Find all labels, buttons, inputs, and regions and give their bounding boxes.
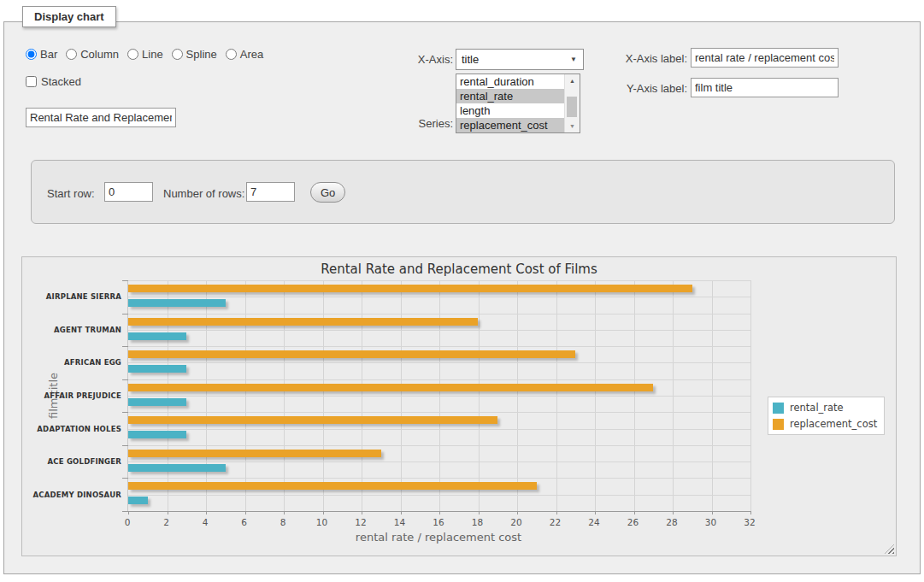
- chart-container: Rental Rate and Replacement Cost of Film…: [21, 256, 897, 556]
- legend-entry: replacement_cost: [773, 418, 877, 430]
- y-axis-category-label: AFFAIR PREJUDICE: [27, 391, 121, 400]
- y-axis-tick: [122, 346, 128, 347]
- gridline-horizontal: [128, 314, 750, 315]
- x-axis-tick-label: 12: [355, 517, 366, 527]
- x-axis-tick: [323, 511, 324, 514]
- chart-type-radio-area[interactable]: Area: [226, 48, 263, 61]
- gridline-horizontal: [128, 495, 750, 496]
- x-axis-tick: [595, 511, 596, 514]
- series-option[interactable]: replacement_cost: [456, 118, 565, 132]
- radio-input-bar[interactable]: [26, 49, 37, 60]
- x-axis-tick-label: 28: [666, 517, 677, 527]
- go-button[interactable]: Go: [310, 182, 345, 203]
- scroll-down-icon[interactable]: ▼: [565, 120, 580, 132]
- stacked-checkbox-row[interactable]: Stacked: [26, 75, 81, 88]
- scroll-up-icon[interactable]: ▲: [565, 74, 580, 87]
- gridline-horizontal: [128, 445, 750, 446]
- chart-plot-area: [127, 280, 750, 512]
- bar-replacement_cost: [128, 450, 381, 457]
- x-axis-label-label: X-Axis label:: [598, 52, 687, 65]
- x-axis-tick: [401, 511, 402, 514]
- bar-rental_rate: [128, 398, 186, 406]
- x-axis-tick-label: 24: [588, 517, 599, 527]
- x-axis-tick-label: 26: [627, 517, 639, 527]
- resize-handle-icon[interactable]: [885, 544, 894, 554]
- x-axis-tick: [634, 511, 635, 514]
- y-axis-tick: [122, 412, 128, 413]
- listbox-scrollbar[interactable]: ▲ ▼: [564, 74, 580, 132]
- bar-rental_rate: [128, 497, 148, 504]
- bar-rental_rate: [128, 365, 186, 373]
- bar-replacement_cost: [128, 482, 537, 490]
- chart-type-label: Spline: [186, 48, 217, 61]
- gridline-horizontal: [128, 412, 750, 413]
- series-listbox[interactable]: rental_durationrental_ratelengthreplacem…: [456, 73, 580, 133]
- chart-type-label: Line: [142, 48, 163, 61]
- series-listbox-label: Series:: [376, 117, 453, 130]
- chart-legend: rental_ratereplacement_cost: [768, 397, 885, 435]
- chart-type-label: Column: [80, 48, 119, 61]
- chart-type-radio-line[interactable]: Line: [127, 48, 163, 61]
- x-axis-tick-label: 0: [125, 517, 131, 527]
- radio-input-spline[interactable]: [172, 49, 183, 60]
- series-option[interactable]: rental_duration: [456, 74, 565, 89]
- legend-entry: rental_rate: [773, 402, 877, 414]
- series-listbox-options: rental_durationrental_ratelengthreplacem…: [456, 74, 565, 132]
- y-axis-label-label: Y-Axis label:: [598, 82, 687, 95]
- y-axis-tick: [122, 478, 128, 479]
- y-axis-tick: [122, 511, 128, 512]
- series-option[interactable]: length: [456, 103, 565, 118]
- y-axis-category-label: ACE GOLDFINGER: [27, 457, 121, 466]
- y-axis-category-label: AIRPLANE SIERRA: [27, 292, 121, 301]
- bar-replacement_cost: [128, 350, 575, 358]
- gridline-horizontal: [128, 346, 750, 347]
- chart-x-axis-title: rental rate / replacement cost: [356, 531, 521, 544]
- chart-type-radio-spline[interactable]: Spline: [172, 48, 217, 61]
- chart-title: Rental Rate and Replacement Cost of Film…: [22, 262, 896, 277]
- y-axis-tick: [122, 314, 128, 315]
- series-option[interactable]: rental_rate: [456, 89, 565, 103]
- stacked-checkbox[interactable]: [26, 76, 37, 87]
- gridline-horizontal: [128, 429, 750, 430]
- x-axis-tick: [245, 511, 246, 514]
- radio-input-column[interactable]: [66, 49, 77, 60]
- gridline-horizontal: [128, 379, 750, 380]
- chart-type-radio-group: Bar Column Line Spline Area: [26, 48, 263, 61]
- number-of-rows-input[interactable]: [246, 182, 295, 202]
- chart-type-radio-bar[interactable]: Bar: [26, 48, 57, 61]
- x-axis-label-input[interactable]: [691, 48, 839, 68]
- y-axis-label-input[interactable]: [691, 78, 839, 97]
- x-axis-selected-value: title: [462, 53, 479, 66]
- x-axis-tick: [750, 511, 751, 514]
- row-range-panel: Start row: Number of rows: Go: [31, 160, 895, 224]
- x-axis-tick: [479, 511, 480, 514]
- y-axis-category-label: ADAPTATION HOLES: [27, 425, 121, 433]
- x-axis-tick-label: 2: [163, 517, 169, 527]
- x-axis-tick: [517, 511, 518, 514]
- x-axis-tick: [673, 511, 674, 514]
- x-axis-tick-label: 22: [550, 517, 561, 527]
- x-axis-tick-label: 20: [510, 517, 521, 527]
- gridline-horizontal: [128, 461, 750, 462]
- bar-replacement_cost: [128, 318, 478, 326]
- radio-input-line[interactable]: [127, 49, 138, 60]
- x-axis-select[interactable]: title ▼: [456, 49, 584, 70]
- y-axis-tick: [122, 379, 128, 380]
- gridline-horizontal: [128, 330, 750, 331]
- scrollbar-thumb[interactable]: [567, 97, 577, 117]
- start-row-input[interactable]: [104, 182, 153, 202]
- gridline-vertical: [750, 280, 751, 511]
- y-axis-category-label: ACADEMY DINOSAUR: [27, 491, 121, 499]
- radio-input-area[interactable]: [226, 49, 237, 60]
- gridline-horizontal: [128, 396, 750, 397]
- gridline-horizontal: [128, 478, 750, 479]
- legend-label: rental_rate: [790, 402, 844, 414]
- stacked-label: Stacked: [41, 75, 81, 88]
- gridline-horizontal: [128, 362, 750, 363]
- chart-type-label: Bar: [40, 48, 57, 61]
- chart-title-input[interactable]: [26, 108, 176, 127]
- fieldset-legend: Display chart: [22, 6, 116, 27]
- y-axis-category-label: AFRICAN EGG: [27, 358, 121, 367]
- chart-type-radio-column[interactable]: Column: [66, 48, 119, 61]
- x-axis-tick-label: 30: [705, 517, 716, 527]
